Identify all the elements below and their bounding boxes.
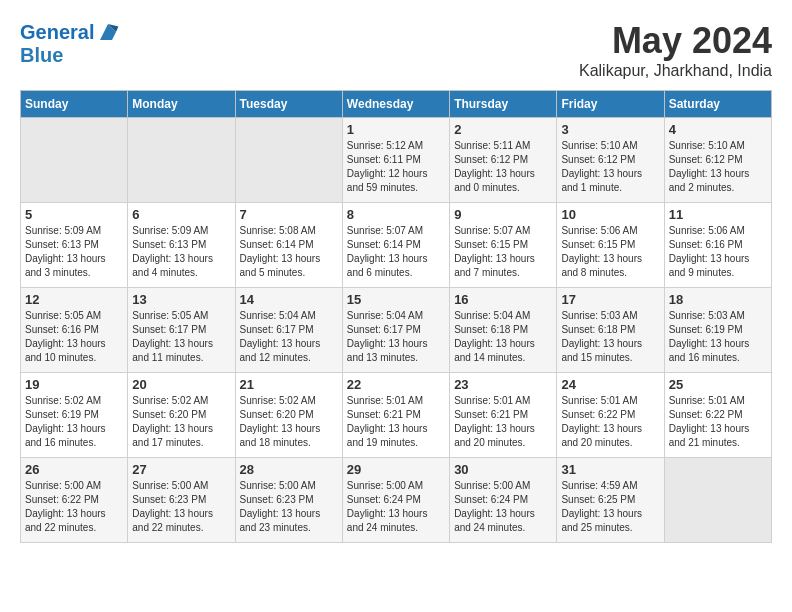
calendar-cell: 2Sunrise: 5:11 AM Sunset: 6:12 PM Daylig… (450, 118, 557, 203)
calendar-cell (128, 118, 235, 203)
day-number: 9 (454, 207, 552, 222)
day-info: Sunrise: 5:05 AM Sunset: 6:16 PM Dayligh… (25, 309, 123, 365)
day-number: 23 (454, 377, 552, 392)
month-year-title: May 2024 (579, 20, 772, 62)
calendar-cell: 6Sunrise: 5:09 AM Sunset: 6:13 PM Daylig… (128, 203, 235, 288)
day-number: 24 (561, 377, 659, 392)
day-number: 6 (132, 207, 230, 222)
day-info: Sunrise: 5:07 AM Sunset: 6:15 PM Dayligh… (454, 224, 552, 280)
calendar-cell: 24Sunrise: 5:01 AM Sunset: 6:22 PM Dayli… (557, 373, 664, 458)
day-number: 17 (561, 292, 659, 307)
calendar-week-row: 26Sunrise: 5:00 AM Sunset: 6:22 PM Dayli… (21, 458, 772, 543)
day-info: Sunrise: 5:00 AM Sunset: 6:23 PM Dayligh… (132, 479, 230, 535)
calendar-cell: 9Sunrise: 5:07 AM Sunset: 6:15 PM Daylig… (450, 203, 557, 288)
day-number: 20 (132, 377, 230, 392)
day-info: Sunrise: 5:00 AM Sunset: 6:24 PM Dayligh… (347, 479, 445, 535)
calendar-week-row: 5Sunrise: 5:09 AM Sunset: 6:13 PM Daylig… (21, 203, 772, 288)
day-number: 26 (25, 462, 123, 477)
day-number: 7 (240, 207, 338, 222)
day-info: Sunrise: 5:01 AM Sunset: 6:22 PM Dayligh… (669, 394, 767, 450)
calendar-cell: 8Sunrise: 5:07 AM Sunset: 6:14 PM Daylig… (342, 203, 449, 288)
calendar-cell: 25Sunrise: 5:01 AM Sunset: 6:22 PM Dayli… (664, 373, 771, 458)
calendar-week-row: 1Sunrise: 5:12 AM Sunset: 6:11 PM Daylig… (21, 118, 772, 203)
day-number: 25 (669, 377, 767, 392)
day-info: Sunrise: 5:08 AM Sunset: 6:14 PM Dayligh… (240, 224, 338, 280)
calendar-cell: 7Sunrise: 5:08 AM Sunset: 6:14 PM Daylig… (235, 203, 342, 288)
weekday-header-monday: Monday (128, 91, 235, 118)
day-number: 18 (669, 292, 767, 307)
weekday-header-sunday: Sunday (21, 91, 128, 118)
calendar-table: SundayMondayTuesdayWednesdayThursdayFrid… (20, 90, 772, 543)
day-number: 4 (669, 122, 767, 137)
day-info: Sunrise: 5:02 AM Sunset: 6:19 PM Dayligh… (25, 394, 123, 450)
day-number: 10 (561, 207, 659, 222)
day-info: Sunrise: 5:06 AM Sunset: 6:15 PM Dayligh… (561, 224, 659, 280)
calendar-cell: 20Sunrise: 5:02 AM Sunset: 6:20 PM Dayli… (128, 373, 235, 458)
calendar-cell: 15Sunrise: 5:04 AM Sunset: 6:17 PM Dayli… (342, 288, 449, 373)
calendar-cell: 4Sunrise: 5:10 AM Sunset: 6:12 PM Daylig… (664, 118, 771, 203)
logo-icon (96, 20, 120, 44)
logo-text-blue: Blue (20, 44, 120, 66)
calendar-cell (664, 458, 771, 543)
day-info: Sunrise: 5:02 AM Sunset: 6:20 PM Dayligh… (240, 394, 338, 450)
day-number: 12 (25, 292, 123, 307)
day-info: Sunrise: 5:12 AM Sunset: 6:11 PM Dayligh… (347, 139, 445, 195)
calendar-body: 1Sunrise: 5:12 AM Sunset: 6:11 PM Daylig… (21, 118, 772, 543)
calendar-cell (21, 118, 128, 203)
day-info: Sunrise: 5:09 AM Sunset: 6:13 PM Dayligh… (132, 224, 230, 280)
calendar-cell: 10Sunrise: 5:06 AM Sunset: 6:15 PM Dayli… (557, 203, 664, 288)
day-number: 14 (240, 292, 338, 307)
calendar-cell: 28Sunrise: 5:00 AM Sunset: 6:23 PM Dayli… (235, 458, 342, 543)
page-header: General Blue May 2024 Kalikapur, Jharkha… (20, 20, 772, 80)
day-info: Sunrise: 5:04 AM Sunset: 6:18 PM Dayligh… (454, 309, 552, 365)
day-number: 31 (561, 462, 659, 477)
calendar-week-row: 19Sunrise: 5:02 AM Sunset: 6:19 PM Dayli… (21, 373, 772, 458)
day-info: Sunrise: 5:00 AM Sunset: 6:23 PM Dayligh… (240, 479, 338, 535)
weekday-header-wednesday: Wednesday (342, 91, 449, 118)
day-number: 2 (454, 122, 552, 137)
weekday-header-friday: Friday (557, 91, 664, 118)
calendar-cell: 22Sunrise: 5:01 AM Sunset: 6:21 PM Dayli… (342, 373, 449, 458)
title-block: May 2024 Kalikapur, Jharkhand, India (579, 20, 772, 80)
day-info: Sunrise: 5:01 AM Sunset: 6:21 PM Dayligh… (347, 394, 445, 450)
day-info: Sunrise: 5:05 AM Sunset: 6:17 PM Dayligh… (132, 309, 230, 365)
calendar-cell (235, 118, 342, 203)
day-info: Sunrise: 5:10 AM Sunset: 6:12 PM Dayligh… (561, 139, 659, 195)
location-subtitle: Kalikapur, Jharkhand, India (579, 62, 772, 80)
day-number: 19 (25, 377, 123, 392)
logo-text: General (20, 21, 94, 43)
weekday-header-tuesday: Tuesday (235, 91, 342, 118)
day-info: Sunrise: 5:04 AM Sunset: 6:17 PM Dayligh… (347, 309, 445, 365)
calendar-cell: 19Sunrise: 5:02 AM Sunset: 6:19 PM Dayli… (21, 373, 128, 458)
day-info: Sunrise: 5:11 AM Sunset: 6:12 PM Dayligh… (454, 139, 552, 195)
day-info: Sunrise: 5:02 AM Sunset: 6:20 PM Dayligh… (132, 394, 230, 450)
calendar-cell: 27Sunrise: 5:00 AM Sunset: 6:23 PM Dayli… (128, 458, 235, 543)
calendar-cell: 11Sunrise: 5:06 AM Sunset: 6:16 PM Dayli… (664, 203, 771, 288)
day-info: Sunrise: 5:01 AM Sunset: 6:21 PM Dayligh… (454, 394, 552, 450)
calendar-cell: 13Sunrise: 5:05 AM Sunset: 6:17 PM Dayli… (128, 288, 235, 373)
day-number: 3 (561, 122, 659, 137)
weekday-header-saturday: Saturday (664, 91, 771, 118)
logo: General Blue (20, 20, 120, 66)
day-info: Sunrise: 5:09 AM Sunset: 6:13 PM Dayligh… (25, 224, 123, 280)
calendar-cell: 1Sunrise: 5:12 AM Sunset: 6:11 PM Daylig… (342, 118, 449, 203)
calendar-cell: 5Sunrise: 5:09 AM Sunset: 6:13 PM Daylig… (21, 203, 128, 288)
calendar-week-row: 12Sunrise: 5:05 AM Sunset: 6:16 PM Dayli… (21, 288, 772, 373)
day-number: 30 (454, 462, 552, 477)
calendar-cell: 30Sunrise: 5:00 AM Sunset: 6:24 PM Dayli… (450, 458, 557, 543)
day-info: Sunrise: 5:00 AM Sunset: 6:24 PM Dayligh… (454, 479, 552, 535)
day-info: Sunrise: 5:10 AM Sunset: 6:12 PM Dayligh… (669, 139, 767, 195)
calendar-cell: 14Sunrise: 5:04 AM Sunset: 6:17 PM Dayli… (235, 288, 342, 373)
weekday-header-row: SundayMondayTuesdayWednesdayThursdayFrid… (21, 91, 772, 118)
day-info: Sunrise: 5:03 AM Sunset: 6:19 PM Dayligh… (669, 309, 767, 365)
day-info: Sunrise: 4:59 AM Sunset: 6:25 PM Dayligh… (561, 479, 659, 535)
day-info: Sunrise: 5:04 AM Sunset: 6:17 PM Dayligh… (240, 309, 338, 365)
calendar-cell: 26Sunrise: 5:00 AM Sunset: 6:22 PM Dayli… (21, 458, 128, 543)
day-number: 16 (454, 292, 552, 307)
calendar-cell: 31Sunrise: 4:59 AM Sunset: 6:25 PM Dayli… (557, 458, 664, 543)
day-number: 22 (347, 377, 445, 392)
day-number: 29 (347, 462, 445, 477)
day-info: Sunrise: 5:01 AM Sunset: 6:22 PM Dayligh… (561, 394, 659, 450)
day-number: 13 (132, 292, 230, 307)
calendar-cell: 12Sunrise: 5:05 AM Sunset: 6:16 PM Dayli… (21, 288, 128, 373)
